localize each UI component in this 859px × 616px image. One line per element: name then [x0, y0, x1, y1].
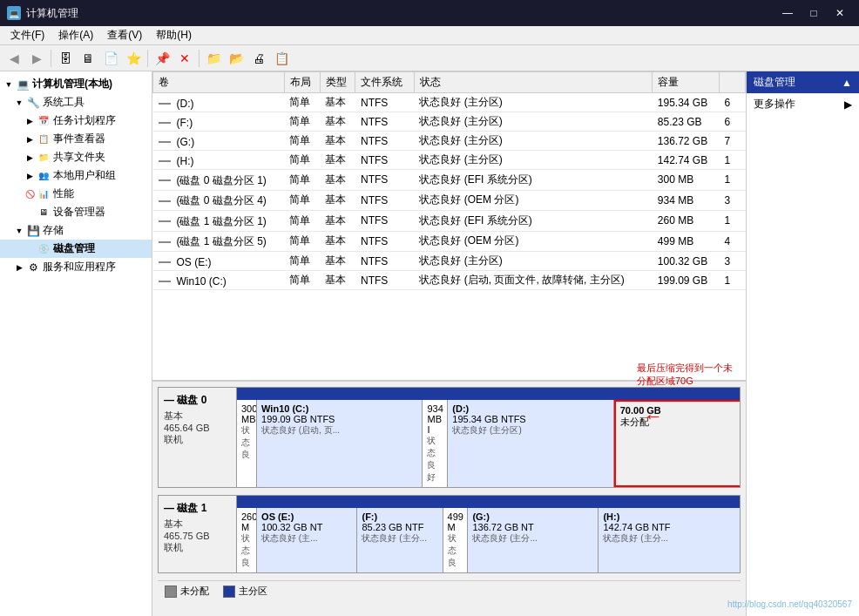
annotation-arrow: ← — [644, 405, 663, 428]
disk1-part-f[interactable]: (F:) 85.23 GB NTF 状态良好 (主分... — [357, 508, 443, 572]
volume-table-area: 卷 布局 类型 文件系统 状态 容量 (D:) 简单 基本 NTFS 状态良好 — [152, 71, 746, 381]
col-volume[interactable]: 卷 — [153, 72, 285, 93]
volume-table: 卷 布局 类型 文件系统 状态 容量 (D:) 简单 基本 NTFS 状态良好 — [152, 71, 746, 290]
col-capacity[interactable]: 容量 — [653, 72, 720, 93]
menu-help[interactable]: 帮助(H) — [149, 26, 199, 44]
tree-item-storage[interactable]: ▼ 💾 存储 — [0, 221, 152, 240]
toolbar-btn-delete[interactable]: ✕ — [174, 48, 195, 69]
toolbar-btn-1[interactable]: 🗄 — [55, 48, 76, 69]
toolbar-btn-3[interactable]: 📄 — [100, 48, 121, 69]
disk0-label: — 磁盘 0 — [164, 393, 231, 408]
legend-primary: 主分区 — [239, 585, 267, 598]
table-row[interactable]: OS (E:) 简单 基本 NTFS 状态良好 (主分区) 100.32 GB … — [153, 252, 746, 271]
disk1-partitions: 260 M 状态良 OS (E:) 100.32 GB NT 状态良好 (主..… — [237, 496, 740, 572]
menu-view[interactable]: 查看(V) — [100, 26, 149, 44]
window-title: 计算机管理 — [26, 6, 78, 21]
toolbar: ◀ ▶ 🗄 🖥 📄 ⭐ 📌 ✕ 📁 📂 🖨 📋 — [0, 45, 859, 71]
disk1-part-efi[interactable]: 260 M 状态良 — [237, 508, 257, 572]
watermark: http://blog.csdn.net/qq40320567 — [727, 599, 852, 609]
legend-unallocated: 未分配 — [180, 585, 209, 598]
tree-item-disk-management[interactable]: 💿 磁盘管理 — [0, 240, 152, 258]
disk0-part-d[interactable]: (D:) 195.34 GB NTFS 状态良好 (主分区) — [448, 400, 613, 487]
title-bar: 💻 计算机管理 — □ ✕ — [0, 0, 859, 26]
table-row[interactable]: Win10 (C:) 简单 基本 NTFS 状态良好 (启动, 页面文件, 故障… — [153, 271, 746, 290]
disk0-size: 465.64 GB — [164, 423, 231, 433]
disk0-partitions: 300 MB 状态良 Win10 (C:) 199.09 GB NTFS 状态良… — [237, 388, 740, 487]
toolbar-btn-6[interactable]: 📂 — [226, 48, 247, 69]
tree-item-performance[interactable]: 🚫 📊 性能 — [0, 185, 152, 203]
tree-item-device-manager[interactable]: 🖥 设备管理器 — [0, 203, 152, 221]
menu-action[interactable]: 操作(A) — [51, 26, 100, 44]
table-row[interactable]: (磁盘 0 磁盘分区 1) 简单 基本 NTFS 状态良好 (EFI 系统分区)… — [153, 170, 746, 191]
col-status[interactable]: 状态 — [414, 72, 652, 93]
table-row[interactable]: (G:) 简单 基本 NTFS 状态良好 (主分区) 136.72 GB 7 — [153, 132, 746, 151]
disk0-row: — 磁盘 0 基本 465.64 GB 联机 300 MB 状态良 — [158, 387, 741, 488]
app-icon: 💻 — [7, 6, 21, 20]
disk1-label: — 磁盘 1 — [164, 501, 231, 516]
forward-button[interactable]: ▶ — [26, 48, 47, 69]
disk0-part-unallocated[interactable]: 70.00 GB 未分配 — [614, 400, 740, 487]
disk0-part-efi[interactable]: 300 MB 状态良 — [237, 400, 257, 487]
disk0-part-win10[interactable]: Win10 (C:) 199.09 GB NTFS 状态良好 (启动, 页... — [257, 400, 423, 487]
disk1-part-h[interactable]: (H:) 142.74 GB NTF 状态良好 (主分... — [599, 508, 740, 572]
toolbar-btn-2[interactable]: 🖥 — [78, 48, 98, 69]
menu-bar: 文件(F) 操作(A) 查看(V) 帮助(H) — [0, 26, 859, 45]
ops-panel: 磁盘管理 ▲ 更多操作 ▶ — [746, 71, 859, 616]
menu-file[interactable]: 文件(F) — [3, 26, 51, 44]
col-filesystem[interactable]: 文件系统 — [355, 72, 414, 93]
col-layout[interactable]: 布局 — [284, 72, 320, 93]
disk1-type: 基本 — [164, 518, 231, 531]
minimize-button[interactable]: — — [775, 4, 800, 22]
ops-header: 磁盘管理 ▲ — [747, 71, 859, 93]
table-row[interactable]: (H:) 简单 基本 NTFS 状态良好 (主分区) 142.74 GB 1 — [153, 151, 746, 170]
disk1-info: — 磁盘 1 基本 465.75 GB 联机 — [159, 496, 237, 572]
tree-item-event-viewer[interactable]: ▶ 📋 事件查看器 — [0, 130, 152, 148]
maximize-button[interactable]: □ — [802, 4, 826, 22]
ops-more-actions[interactable]: 更多操作 ▶ — [747, 93, 859, 115]
legend-bar: 未分配 主分区 — [158, 580, 741, 601]
disk0-type: 基本 — [164, 410, 231, 423]
disk1-size: 465.75 GB — [164, 531, 231, 541]
disk1-part-g[interactable]: (G:) 136.72 GB NT 状态良好 (主分... — [468, 508, 599, 572]
table-row[interactable]: (F:) 简单 基本 NTFS 状态良好 (主分区) 85.23 GB 6 — [153, 112, 746, 132]
disk1-part-e[interactable]: OS (E:) 100.32 GB NT 状态良好 (主... — [257, 508, 357, 572]
ops-header-arrow: ▲ — [842, 77, 852, 89]
left-tree-panel: ▼ 💻 计算机管理(本地) ▼ 🔧 系统工具 ▶ 📅 任务计划程序 ▶ 📋 事件… — [0, 71, 152, 616]
col-extra[interactable] — [720, 72, 746, 93]
table-row[interactable]: (磁盘 1 磁盘分区 1) 简单 基本 NTFS 状态良好 (EFI 系统分区)… — [153, 211, 746, 232]
ops-expand-icon: ▶ — [844, 98, 852, 111]
table-row[interactable]: (磁盘 0 磁盘分区 4) 简单 基本 NTFS 状态良好 (OEM 分区) 9… — [153, 190, 746, 211]
disk1-status: 联机 — [164, 541, 231, 554]
disk0-info: — 磁盘 0 基本 465.64 GB 联机 — [159, 388, 237, 487]
disk0-status: 联机 — [164, 433, 231, 446]
toolbar-btn-5[interactable]: 📁 — [203, 48, 224, 69]
back-button[interactable]: ◀ — [3, 48, 24, 69]
toolbar-btn-7[interactable]: 🖨 — [248, 48, 269, 69]
toolbar-btn-8[interactable]: 📋 — [271, 48, 292, 69]
disk1-row: — 磁盘 1 基本 465.75 GB 联机 260 M 状态良 — [158, 495, 741, 573]
annotation-text: 最后压缩完得到一个未分配区域70G — [637, 362, 737, 389]
tree-item-task-scheduler[interactable]: ▶ 📅 任务计划程序 — [0, 112, 152, 130]
tree-item-root[interactable]: ▼ 💻 计算机管理(本地) — [0, 75, 152, 93]
table-row[interactable]: (磁盘 1 磁盘分区 5) 简单 基本 NTFS 状态良好 (OEM 分区) 4… — [153, 231, 746, 252]
col-type[interactable]: 类型 — [320, 72, 355, 93]
close-button[interactable]: ✕ — [828, 4, 852, 22]
tree-item-system-tools[interactable]: ▼ 🔧 系统工具 — [0, 93, 152, 112]
disk0-part-oem[interactable]: 934 MB I 状态良好 — [423, 400, 448, 487]
toolbar-btn-4[interactable]: ⭐ — [123, 48, 144, 69]
disk1-part-oem[interactable]: 499 M 状态良 — [443, 508, 469, 572]
tree-item-services[interactable]: ▶ ⚙ 服务和应用程序 — [0, 258, 152, 276]
table-row[interactable]: (D:) 简单 基本 NTFS 状态良好 (主分区) 195.34 GB 6 — [153, 93, 746, 112]
tree-item-shared-folders[interactable]: ▶ 📁 共享文件夹 — [0, 148, 152, 166]
toolbar-btn-pin[interactable]: 📌 — [152, 48, 172, 69]
tree-item-local-users[interactable]: ▶ 👥 本地用户和组 — [0, 166, 152, 185]
